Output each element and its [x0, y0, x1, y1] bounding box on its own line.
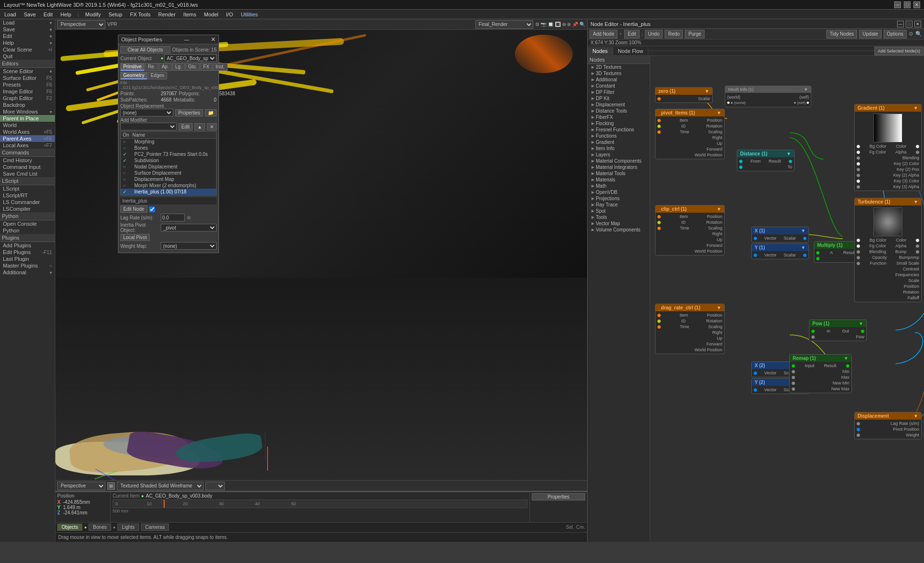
sidebar-item-save[interactable]: Save ▾ [0, 26, 55, 33]
menu-modify[interactable]: Modify [83, 11, 103, 18]
sidebar-scene-editor[interactable]: Scene Editor ▾ [0, 68, 55, 75]
bottom-tab-lights[interactable]: Lights [117, 524, 139, 531]
sidebar-image-editor[interactable]: Image Editor F6 [0, 88, 55, 95]
nodes-panel-item-fresnel[interactable]: ▶Fresnel Functions [588, 127, 650, 133]
sidebar-edit-plugins[interactable]: Edit Plugins -F11 [0, 249, 55, 256]
sidebar-python[interactable]: Python [0, 227, 55, 234]
node-zero[interactable]: zero (1) ▼ Scalar [655, 87, 713, 103]
menu-save[interactable]: Save [21, 11, 38, 18]
nodes-panel-item-spot[interactable]: ▶Spot [588, 208, 650, 214]
nodes-tab[interactable]: Nodes [588, 47, 613, 55]
nodes-panel-item-gradient[interactable]: ▶Gradient [588, 139, 650, 145]
bottom-tab-bones[interactable]: Bones [89, 524, 111, 531]
nodes-panel-item-displacement[interactable]: ▶Displacement [588, 102, 650, 108]
edit-btn[interactable]: Edit [624, 30, 639, 38]
node-gradient[interactable]: Gradient (1) ▼ Bg Color Color [854, 104, 922, 191]
nodes-panel-item-dp-filter[interactable]: ▶DP Filter [588, 89, 650, 95]
nodes-panel-item-tools[interactable]: ▶Tools [588, 214, 650, 220]
distance-menu[interactable]: ▼ [786, 151, 791, 156]
nodes-panel-item-volume[interactable]: ▶Volume Components [588, 227, 650, 233]
nodes-panel-item-math[interactable]: ▶Math [588, 183, 650, 189]
sidebar-backdrop[interactable]: Backdrop [0, 102, 55, 108]
nodes-panel-item-dp-kit[interactable]: ▶DP Kit [588, 95, 650, 102]
obj-replacement-select[interactable]: (none) [120, 109, 173, 116]
win-maximize-btn[interactable]: □ [904, 1, 911, 8]
viewport-perspective-select[interactable]: Perspective [57, 482, 105, 490]
node-win-maximize[interactable]: □ [906, 21, 912, 27]
node-y1[interactable]: Y (1) ▼ Vector Scalar [751, 243, 809, 259]
subtab-geometry[interactable]: Geometry [120, 72, 147, 79]
node-x1[interactable]: X (1) ▼ Vector Scalar [751, 227, 809, 243]
clip-ctrl-menu[interactable]: ▼ [717, 206, 721, 212]
node-pivot-items[interactable]: _pivot_items (1) ▼ Item Position ID Rota… [655, 109, 725, 159]
sidebar-additional[interactable]: Additional ▾ [0, 269, 55, 276]
viewport-sub-select[interactable] [205, 482, 225, 490]
obj-properties-btn[interactable]: Properties [175, 109, 203, 116]
mod-disp-map[interactable]: ○ Displacement Map [121, 176, 216, 182]
add-selected-btn[interactable]: Add Selected Node(s) [874, 47, 924, 55]
gradient-menu[interactable]: ▼ [913, 105, 918, 111]
lag-rate-input[interactable] [161, 214, 185, 221]
pow-menu[interactable]: ▼ [859, 321, 863, 326]
bottom-tab-objects[interactable]: Objects [57, 524, 82, 531]
node-pow[interactable]: Pow (1) ▼ In Out Pow [809, 320, 867, 341]
bottom-properties-btn[interactable]: Properties [532, 493, 585, 500]
obj-folder-btn[interactable]: 📁 [205, 109, 217, 116]
node-drag-rate-ctrl[interactable]: _drag_rate_ctrl (1) ▼ Item Position ID R… [655, 304, 725, 354]
x1-menu[interactable]: ▼ [801, 228, 806, 233]
subtab-edges[interactable]: Edges [148, 72, 167, 79]
nodes-panel-item-layers[interactable]: ▶Layers [588, 152, 650, 158]
dialog-minimize-icon[interactable]: — [184, 37, 189, 42]
node-displacement[interactable]: Displacement ▼ Lag Rate (s/m) Pivot Posi… [854, 412, 922, 439]
weight-map-select[interactable]: (none) [161, 242, 217, 250]
menu-model[interactable]: Model [202, 11, 221, 18]
sidebar-add-plugins[interactable]: Add Plugins [0, 242, 55, 249]
options-btn[interactable]: Options [884, 30, 907, 38]
node-turbulence[interactable]: Turbulence (1) ▼ Bg Color Color [854, 198, 922, 302]
nodes-panel-item-mat-tools[interactable]: ▶Material Tools [588, 170, 650, 177]
node-clip-ctrl[interactable]: _clip_ctrl (1) ▼ Item Position ID Rotati… [655, 205, 725, 256]
sidebar-quit[interactable]: Quit [0, 53, 55, 60]
node-win-minimize[interactable]: — [897, 21, 904, 27]
sidebar-world-axes[interactable]: World Axes +F5 [0, 128, 55, 135]
menu-io[interactable]: I/O [224, 11, 236, 18]
node-remap[interactable]: Remap (1) ▼ Input Result Min [789, 354, 852, 393]
menu-load[interactable]: Load [2, 11, 18, 18]
sidebar-last-plugin[interactable]: Last Plugin [0, 256, 55, 262]
node-flow-tab[interactable]: Node Flow [613, 47, 649, 55]
nodes-panel-item-vector-map[interactable]: ▶Vector Map [588, 220, 650, 227]
nodes-panel-item-projections[interactable]: ▶Projections [588, 195, 650, 202]
settings-icon[interactable]: ⚙ [909, 31, 913, 37]
nodes-panel-item-raytrace[interactable]: ▶Ray Trace [588, 202, 650, 208]
mod-pc2[interactable]: ✓ PC2_Pointer 73 Frames Start 0.0s [121, 151, 216, 157]
menu-edit[interactable]: Edit [41, 11, 55, 18]
sidebar-item-help[interactable]: Help ▾ [0, 39, 55, 46]
local-pivot-btn[interactable]: Local Pivot [120, 234, 150, 241]
tab-glo[interactable]: Glo. [185, 63, 200, 71]
sidebar-clear-scene[interactable]: Clear Scene +l [0, 46, 55, 53]
sidebar-parent-axes[interactable]: Parent Axes +F6 [0, 135, 55, 142]
sidebar-master-plugins[interactable]: Master Plugins ○ [0, 262, 55, 269]
sidebar-item-edit[interactable]: Edit ▾ [0, 33, 55, 39]
tab-fx[interactable]: FX [200, 63, 212, 71]
search-icon[interactable]: 🔍 [915, 31, 922, 37]
nodes-panel-item-openvdb[interactable]: ▶OpenVDB [588, 189, 650, 195]
purge-btn[interactable]: Purge [685, 30, 705, 38]
mod-nodal[interactable]: ○ Nodal Displacement [121, 164, 216, 170]
sidebar-surface-editor[interactable]: Surface Editor F5 [0, 75, 55, 81]
mod-morph-mixer[interactable]: ○ Morph Mixer (2 endomorphs) [121, 182, 216, 189]
sidebar-presets[interactable]: Presets F6 [0, 81, 55, 88]
menu-help[interactable]: Help [58, 11, 74, 18]
nodes-panel-item-materials[interactable]: ▶Materials [588, 177, 650, 183]
sidebar-open-console[interactable]: Open Console [0, 220, 55, 227]
sidebar-command-input[interactable]: Command Input [0, 164, 55, 170]
sidebar-lscript[interactable]: LScript [0, 185, 55, 192]
tab-re[interactable]: Re. [145, 63, 158, 71]
node-graph-canvas[interactable]: zero (1) ▼ Scalar Mesh Info (1) ▼ [650, 56, 924, 542]
menu-fxtools[interactable]: FX Tools [128, 11, 153, 18]
modifier-edit-btn[interactable]: Edit [179, 123, 192, 130]
pivot-items-menu[interactable]: ▼ [717, 110, 721, 115]
edit-node-btn[interactable]: Edit Node [120, 205, 147, 213]
mesh-info-arrow[interactable]: ▼ [804, 87, 808, 92]
sidebar-world[interactable]: World [0, 122, 55, 128]
